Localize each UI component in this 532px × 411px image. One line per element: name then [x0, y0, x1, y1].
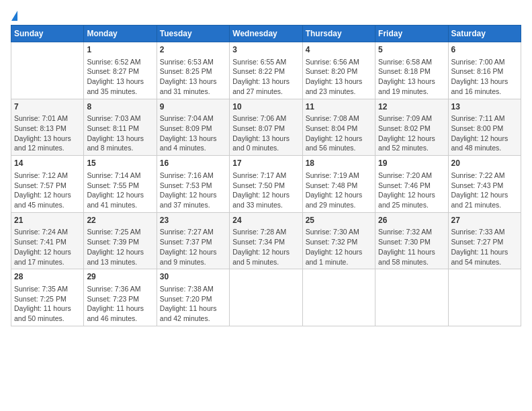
cell-content: Sunrise: 7:30 AM Sunset: 7:32 PM Dayligh…: [306, 227, 372, 267]
calendar-cell: 25Sunrise: 7:30 AM Sunset: 7:32 PM Dayli…: [302, 212, 375, 269]
week-row-2: 7Sunrise: 7:01 AM Sunset: 8:13 PM Daylig…: [11, 99, 521, 156]
day-number: 20: [451, 158, 518, 169]
calendar-cell: 2Sunrise: 6:53 AM Sunset: 8:25 PM Daylig…: [157, 42, 229, 99]
day-number: 4: [306, 44, 372, 56]
header-monday: Monday: [84, 26, 157, 42]
cell-content: Sunrise: 7:11 AM Sunset: 8:00 PM Dayligh…: [451, 113, 518, 153]
calendar-cell: 11Sunrise: 7:08 AM Sunset: 8:04 PM Dayli…: [302, 99, 375, 156]
day-number: 16: [160, 158, 226, 169]
calendar-cell: 23Sunrise: 7:27 AM Sunset: 7:37 PM Dayli…: [157, 212, 229, 269]
calendar-cell: 17Sunrise: 7:17 AM Sunset: 7:50 PM Dayli…: [230, 156, 302, 213]
day-number: 25: [306, 215, 372, 226]
day-number: 12: [378, 101, 445, 113]
day-number: 30: [160, 271, 226, 283]
cell-content: Sunrise: 7:33 AM Sunset: 7:27 PM Dayligh…: [451, 227, 518, 267]
calendar-cell: 20Sunrise: 7:22 AM Sunset: 7:43 PM Dayli…: [448, 156, 521, 213]
day-number: 13: [451, 101, 518, 113]
header-wednesday: Wednesday: [230, 26, 302, 42]
cell-content: Sunrise: 7:16 AM Sunset: 7:53 PM Dayligh…: [160, 171, 226, 210]
calendar-cell: 14Sunrise: 7:12 AM Sunset: 7:57 PM Dayli…: [11, 156, 84, 213]
calendar-cell: 15Sunrise: 7:14 AM Sunset: 7:55 PM Dayli…: [84, 156, 157, 213]
cell-content: Sunrise: 7:00 AM Sunset: 8:16 PM Dayligh…: [451, 57, 518, 97]
day-number: 9: [160, 101, 226, 113]
cell-content: Sunrise: 6:58 AM Sunset: 8:18 PM Dayligh…: [378, 57, 445, 97]
calendar-cell: 27Sunrise: 7:33 AM Sunset: 7:27 PM Dayli…: [448, 212, 521, 269]
calendar-cell: 29Sunrise: 7:36 AM Sunset: 7:23 PM Dayli…: [84, 269, 157, 326]
calendar-cell: 28Sunrise: 7:35 AM Sunset: 7:25 PM Dayli…: [11, 269, 84, 326]
calendar-cell: 6Sunrise: 7:00 AM Sunset: 8:16 PM Daylig…: [448, 42, 521, 99]
cell-content: Sunrise: 7:24 AM Sunset: 7:41 PM Dayligh…: [14, 227, 81, 267]
calendar-cell: 13Sunrise: 7:11 AM Sunset: 8:00 PM Dayli…: [448, 99, 521, 156]
day-number: 28: [14, 271, 81, 283]
calendar-cell: 4Sunrise: 6:56 AM Sunset: 8:20 PM Daylig…: [302, 42, 375, 99]
calendar-cell: 5Sunrise: 6:58 AM Sunset: 8:18 PM Daylig…: [375, 42, 448, 99]
calendar-cell: 7Sunrise: 7:01 AM Sunset: 8:13 PM Daylig…: [11, 99, 84, 156]
cell-content: Sunrise: 6:52 AM Sunset: 8:27 PM Dayligh…: [87, 57, 153, 97]
header-tuesday: Tuesday: [157, 26, 229, 42]
day-number: 22: [87, 215, 153, 226]
header-friday: Friday: [375, 26, 448, 42]
week-row-4: 21Sunrise: 7:24 AM Sunset: 7:41 PM Dayli…: [11, 212, 521, 269]
cell-content: Sunrise: 7:20 AM Sunset: 7:46 PM Dayligh…: [378, 171, 445, 210]
header-row: SundayMondayTuesdayWednesdayThursdayFrid…: [11, 26, 521, 42]
calendar-cell: 22Sunrise: 7:25 AM Sunset: 7:39 PM Dayli…: [84, 212, 157, 269]
header-thursday: Thursday: [302, 26, 375, 42]
cell-content: Sunrise: 7:22 AM Sunset: 7:43 PM Dayligh…: [451, 171, 518, 210]
cell-content: Sunrise: 6:53 AM Sunset: 8:25 PM Dayligh…: [160, 57, 226, 97]
week-row-1: 1Sunrise: 6:52 AM Sunset: 8:27 PM Daylig…: [11, 42, 521, 99]
header-saturday: Saturday: [448, 26, 521, 42]
calendar-cell: [302, 269, 375, 326]
day-number: 2: [160, 44, 226, 56]
header-sunday: Sunday: [11, 26, 84, 42]
day-number: 11: [306, 101, 372, 113]
cell-content: Sunrise: 7:04 AM Sunset: 8:09 PM Dayligh…: [160, 113, 226, 153]
cell-content: Sunrise: 7:14 AM Sunset: 7:55 PM Dayligh…: [87, 171, 153, 210]
cell-content: Sunrise: 7:01 AM Sunset: 8:13 PM Dayligh…: [14, 113, 81, 153]
day-number: 15: [87, 158, 153, 169]
cell-content: Sunrise: 7:17 AM Sunset: 7:50 PM Dayligh…: [232, 171, 299, 210]
week-row-3: 14Sunrise: 7:12 AM Sunset: 7:57 PM Dayli…: [11, 156, 521, 213]
calendar-cell: 18Sunrise: 7:19 AM Sunset: 7:48 PM Dayli…: [302, 156, 375, 213]
calendar-cell: [375, 269, 448, 326]
cell-content: Sunrise: 7:19 AM Sunset: 7:48 PM Dayligh…: [306, 171, 372, 210]
logo: [11, 11, 17, 21]
calendar-cell: 3Sunrise: 6:55 AM Sunset: 8:22 PM Daylig…: [230, 42, 302, 99]
calendar-cell: 1Sunrise: 6:52 AM Sunset: 8:27 PM Daylig…: [84, 42, 157, 99]
cell-content: Sunrise: 6:56 AM Sunset: 8:20 PM Dayligh…: [306, 57, 372, 97]
cell-content: Sunrise: 7:38 AM Sunset: 7:20 PM Dayligh…: [160, 284, 226, 324]
cell-content: Sunrise: 7:03 AM Sunset: 8:11 PM Dayligh…: [87, 113, 153, 153]
calendar-cell: [448, 269, 521, 326]
calendar-cell: 10Sunrise: 7:06 AM Sunset: 8:07 PM Dayli…: [230, 99, 302, 156]
calendar-table: SundayMondayTuesdayWednesdayThursdayFrid…: [11, 25, 521, 326]
day-number: 5: [378, 44, 445, 56]
calendar-cell: 12Sunrise: 7:09 AM Sunset: 8:02 PM Dayli…: [375, 99, 448, 156]
cell-content: Sunrise: 7:36 AM Sunset: 7:23 PM Dayligh…: [87, 284, 153, 324]
calendar-cell: 16Sunrise: 7:16 AM Sunset: 7:53 PM Dayli…: [157, 156, 229, 213]
day-number: 7: [14, 101, 81, 113]
calendar-cell: 30Sunrise: 7:38 AM Sunset: 7:20 PM Dayli…: [157, 269, 229, 326]
calendar-cell: [11, 42, 84, 99]
day-number: 18: [306, 158, 372, 169]
cell-content: Sunrise: 7:25 AM Sunset: 7:39 PM Dayligh…: [87, 227, 153, 267]
cell-content: Sunrise: 7:12 AM Sunset: 7:57 PM Dayligh…: [14, 171, 81, 210]
calendar-cell: 9Sunrise: 7:04 AM Sunset: 8:09 PM Daylig…: [157, 99, 229, 156]
day-number: 24: [232, 215, 299, 226]
day-number: 26: [378, 215, 445, 226]
cell-content: Sunrise: 7:06 AM Sunset: 8:07 PM Dayligh…: [232, 113, 299, 153]
day-number: 17: [232, 158, 299, 169]
calendar-cell: [230, 269, 302, 326]
day-number: 19: [378, 158, 445, 169]
day-number: 14: [14, 158, 81, 169]
day-number: 1: [87, 44, 153, 56]
cell-content: Sunrise: 7:28 AM Sunset: 7:34 PM Dayligh…: [232, 227, 299, 267]
day-number: 21: [14, 215, 81, 226]
logo-triangle-icon: [11, 11, 17, 21]
day-number: 8: [87, 101, 153, 113]
day-number: 27: [451, 215, 518, 226]
cell-content: Sunrise: 6:55 AM Sunset: 8:22 PM Dayligh…: [232, 57, 299, 97]
calendar-cell: 26Sunrise: 7:32 AM Sunset: 7:30 PM Dayli…: [375, 212, 448, 269]
cell-content: Sunrise: 7:09 AM Sunset: 8:02 PM Dayligh…: [378, 113, 445, 153]
cell-content: Sunrise: 7:35 AM Sunset: 7:25 PM Dayligh…: [14, 284, 81, 324]
calendar-cell: 19Sunrise: 7:20 AM Sunset: 7:46 PM Dayli…: [375, 156, 448, 213]
day-number: 29: [87, 271, 153, 283]
